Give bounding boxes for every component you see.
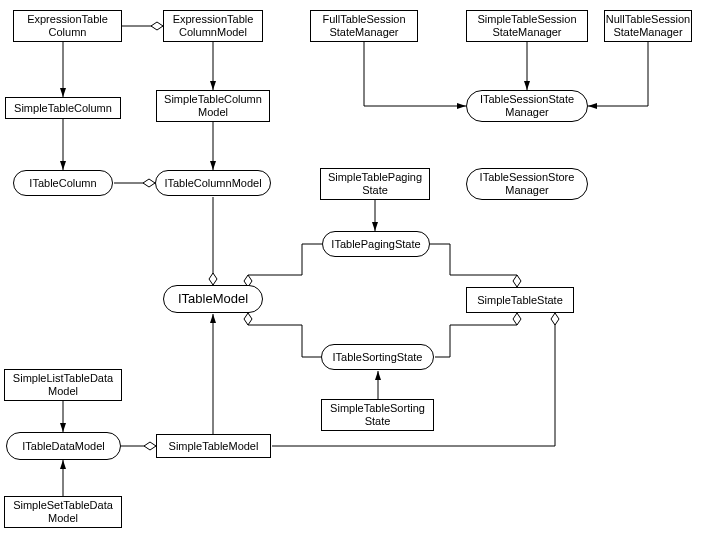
node-itable-column-model: ITableColumnModel xyxy=(155,170,271,196)
node-simple-table-session-state-manager: SimpleTableSessionStateManager xyxy=(466,10,588,42)
label: SimpleSetTableDataModel xyxy=(13,499,113,524)
node-null-table-session-state-manager: NullTableSessionStateManager xyxy=(604,10,692,42)
label: SimpleTableSortingState xyxy=(330,402,425,427)
node-expression-table-column: ExpressionTableColumn xyxy=(13,10,122,42)
label: ITableModel xyxy=(178,292,248,307)
node-itable-column: ITableColumn xyxy=(13,170,113,196)
diagram-canvas: ExpressionTableColumn ExpressionTableCol… xyxy=(0,0,703,540)
node-simple-table-state: SimpleTableState xyxy=(466,287,574,313)
node-itable-session-store-manager: ITableSessionStoreManager xyxy=(466,168,588,200)
node-simple-table-paging-state: SimpleTablePagingState xyxy=(320,168,430,200)
node-expression-table-column-model: ExpressionTableColumnModel xyxy=(163,10,263,42)
node-simple-set-table-data-model: SimpleSetTableDataModel xyxy=(4,496,122,528)
node-simple-table-model: SimpleTableModel xyxy=(156,434,271,458)
label: SimpleListTableDataModel xyxy=(13,372,113,397)
label: SimpleTableColumn xyxy=(14,102,112,115)
label: SimpleTableModel xyxy=(169,440,259,453)
label: ITableColumn xyxy=(29,177,96,190)
label: ITableSessionStateManager xyxy=(480,93,574,118)
label: SimpleTableSessionStateManager xyxy=(477,13,576,38)
label: ExpressionTableColumnModel xyxy=(173,13,254,38)
label: ITableSessionStoreManager xyxy=(480,171,575,196)
node-simple-table-column: SimpleTableColumn xyxy=(5,97,121,119)
label: SimpleTableState xyxy=(477,294,563,307)
node-simple-table-column-model: SimpleTableColumnModel xyxy=(156,90,270,122)
node-itable-model: ITableModel xyxy=(163,285,263,313)
label: NullTableSessionStateManager xyxy=(606,13,690,38)
label: SimpleTablePagingState xyxy=(328,171,422,196)
label: ITableSortingState xyxy=(333,351,423,364)
node-simple-table-sorting-state: SimpleTableSortingState xyxy=(321,399,434,431)
node-full-table-session-state-manager: FullTableSessionStateManager xyxy=(310,10,418,42)
label: ITableDataModel xyxy=(22,440,105,453)
node-itable-sorting-state: ITableSortingState xyxy=(321,344,434,370)
node-itable-paging-state: ITablePagingState xyxy=(322,231,430,257)
node-itable-session-state-manager: ITableSessionStateManager xyxy=(466,90,588,122)
label: FullTableSessionStateManager xyxy=(322,13,405,38)
label: ITablePagingState xyxy=(331,238,420,251)
label: ITableColumnModel xyxy=(164,177,261,190)
label: SimpleTableColumnModel xyxy=(164,93,262,118)
label: ExpressionTableColumn xyxy=(27,13,108,38)
node-simple-list-table-data-model: SimpleListTableDataModel xyxy=(4,369,122,401)
node-itable-data-model: ITableDataModel xyxy=(6,432,121,460)
